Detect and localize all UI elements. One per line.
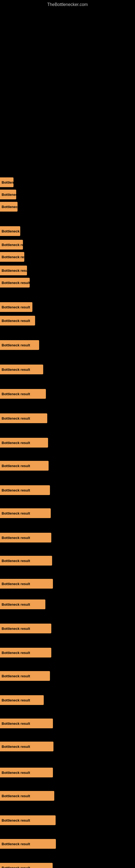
result-bar: Bottleneck result [0,791,54,801]
result-bar: Bottleneck result [0,815,56,825]
result-bar-label: Bottleneck result [2,866,30,868]
result-bar-container: Bottleneck result [0,767,135,778]
result-bar-label: Bottleneck result [2,771,30,775]
result-bar: Bottleneck result [0,742,53,751]
result-bar-label: Bottleneck result [2,488,30,492]
result-bar: Bottleneck result [0,485,50,495]
result-bar-container: Bottleneck result [0,460,135,472]
result-bar-container: Bottleneck result [0,578,135,590]
result-bar-label: Bottleneck result [2,602,30,607]
result-bar-container: Bottleneck result [0,437,135,448]
site-title: TheBottlenecker.com [0,0,135,8]
result-bar-container: Bottleneck result [0,388,135,400]
result-bar-container: Bottleneck result [0,862,135,868]
result-bar-label: Bottleneck result [2,842,30,846]
result-bar: Bottleneck result [0,389,46,399]
result-bar-container: Bottleneck result [0,741,135,752]
result-bar: Bottleneck result [0,624,51,633]
result-bar-container: Bottleneck result [0,814,135,826]
result-bar-label: Bottleneck result [2,255,24,259]
result-bar-label: Bottleneck result [2,511,30,516]
result-bar: Bottleneck result [0,648,51,657]
result-bar: Bottleneck result [0,340,39,350]
result-bar-label: Bottleneck result [2,627,30,631]
result-bar: Bottleneck result [0,438,48,447]
result-bar-label: Bottleneck result [2,343,30,347]
result-bar-label: Bottleneck result [2,698,30,702]
result-bar: Bottleneck result [0,768,53,777]
result-bar-container: Bottleneck result [0,315,135,327]
result-bar-label: Bottleneck result [2,416,30,421]
result-bar: Bottleneck result [0,190,16,199]
result-bar-label: Bottleneck result [2,745,30,749]
result-bar: Bottleneck result [0,599,45,609]
result-bar-container: Bottleneck result [0,622,135,634]
result-bar-label: Bottleneck result [2,674,30,678]
result-bar-label: Bottleneck result [2,392,30,396]
result-bar: Bottleneck result [0,226,20,236]
result-bar-label: Bottleneck result [2,536,30,540]
result-bar-label: Bottleneck result [2,721,30,725]
result-bar-container: Bottleneck result [0,176,135,188]
result-bar: Bottleneck result [0,413,47,423]
result-bar: Bottleneck result [0,695,44,705]
result-bar: Bottleneck result [0,302,32,312]
result-bar-label: Bottleneck result [2,464,30,468]
result-bar-container: Bottleneck result [0,838,135,850]
result-bar-container: Bottleneck result [0,555,135,567]
result-bar-container: Bottleneck result [0,507,135,519]
result-bar-container: Bottleneck result [0,301,135,313]
result-bar-container: Bottleneck result [0,277,135,289]
result-bar: Bottleneck result [0,461,49,471]
result-bar-container: Bottleneck result [0,484,135,496]
result-bar: Bottleneck result [0,508,51,518]
result-bar: Bottleneck result [0,839,56,849]
result-bar: Bottleneck result [0,579,53,589]
result-bar-container: Bottleneck result [0,265,135,276]
result-bar: Bottleneck result [0,365,43,374]
result-bar-container: Bottleneck result [0,532,135,544]
result-bar-container: Bottleneck result [0,694,135,706]
result-bar-container: Bottleneck result [0,647,135,659]
result-bar-label: Bottleneck result [2,205,17,209]
result-bar: Bottleneck result [0,278,30,287]
result-bar: Bottleneck result [0,556,52,565]
result-bar: Bottleneck result [0,671,50,681]
result-bar: Bottleneck result [0,863,53,868]
result-bar-label: Bottleneck result [2,193,16,197]
result-bar: Bottleneck result [0,202,17,212]
result-bar-container: Bottleneck result [0,412,135,424]
result-bar-container: Bottleneck result [0,339,135,351]
result-bar-container: Bottleneck result [0,225,135,237]
result-bar: Bottleneck result [0,266,27,275]
result-bar-label: Bottleneck result [2,441,30,445]
result-bar: Bottleneck result [0,240,23,250]
result-bar-container: Bottleneck result [0,598,135,610]
result-bar: Bottleneck result [0,177,13,187]
result-bar: Bottleneck result [0,718,53,728]
result-bar-label: Bottleneck result [2,559,30,563]
result-bar-label: Bottleneck result [2,305,30,309]
result-bar-label: Bottleneck result [2,794,30,798]
result-bar: Bottleneck result [0,316,35,326]
result-bar-container: Bottleneck result [0,670,135,682]
result-bar: Bottleneck result [0,533,51,542]
result-bar-label: Bottleneck result [2,582,30,586]
result-bar-container: Bottleneck result [0,201,135,213]
result-bar-container: Bottleneck result [0,717,135,730]
result-bar-container: Bottleneck result [0,251,135,263]
result-bar-container: Bottleneck result [0,239,135,251]
result-bar-container: Bottleneck result [0,790,135,802]
result-bar-label: Bottleneck result [2,651,30,655]
result-bar-container: Bottleneck result [0,188,135,200]
result-bar-label: Bottleneck result [2,319,30,323]
result-bar-label: Bottleneck result [2,269,27,273]
result-bar-label: Bottleneck result [2,368,30,372]
result-bar-label: Bottleneck result [2,229,20,233]
result-bar-container: Bottleneck result [0,364,135,375]
result-bar: Bottleneck result [0,252,24,262]
result-bar-label: Bottleneck result [2,281,30,285]
result-bar-label: Bottleneck result [2,818,30,823]
result-bar-label: Bottleneck result [2,243,23,247]
result-bar-label: Bottleneck result [2,180,13,184]
